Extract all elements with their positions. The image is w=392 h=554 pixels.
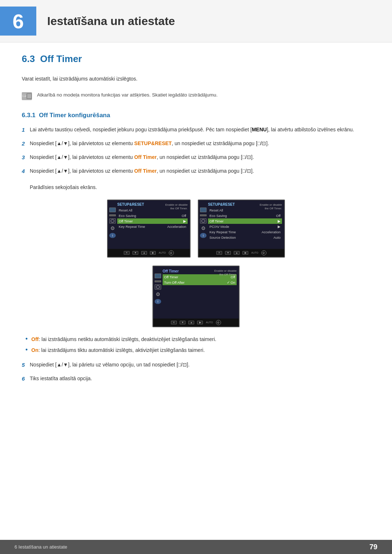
- osd-screen-3: ⚙ i Off Timer Off TimerOff Turn Off Afte…: [152, 266, 240, 327]
- icon-picture: [109, 214, 116, 216]
- btn-down-1: [132, 251, 138, 255]
- step-5: 5 Nospiediet [▲/▼], lai pārietu uz vēlam…: [22, 361, 370, 369]
- osd-screen-2: ⚙ i SETUP&RESET Reset All Eco SavingOff …: [198, 200, 285, 258]
- chapter-title: Iestatīšana un atiestate: [47, 15, 175, 28]
- steps-list: 1 Lai atvērtu taustiņu ceļvedi, nospiedi…: [22, 126, 370, 191]
- bullet-bold-on: On: [31, 346, 38, 354]
- bullet-text-on: : lai izstrādājums tiktu automātiski izs…: [38, 346, 205, 354]
- btn-play-2: [242, 251, 248, 255]
- osd-row-offtimer-2: Off Timer▶: [208, 218, 282, 224]
- icon-info-2: i: [200, 233, 207, 238]
- step-1: 1 Lai atvērtu taustiņu ceļvedi, nospiedi…: [22, 126, 370, 134]
- left-icons-1: ⚙ i: [109, 208, 116, 238]
- icon-info-3: i: [155, 299, 161, 304]
- footer-chapter-label: 6 Iestatīšana un atiestate: [15, 544, 67, 550]
- icon-display-2: [200, 208, 207, 212]
- note-text: Atkarībā no modeļa monitora funkcijas va…: [37, 91, 218, 99]
- svg-rect-0: [22, 95, 26, 98]
- icon-picture-3: [155, 280, 161, 282]
- osd-hint-1: Enable or disable the Off Timer.: [162, 203, 188, 211]
- btn-power-2: ⏻: [261, 250, 266, 255]
- btn-down-2: [225, 251, 231, 255]
- osd-row-pcav-2: PC/AV Mode▶: [208, 224, 282, 229]
- osd-row-source-2: Source DetectionAuto: [208, 235, 282, 240]
- btn-x-2: [216, 251, 222, 255]
- osd-row-keyrepeat-1: Key Repeat TimeAcceleration: [117, 224, 188, 229]
- subsection-title: 6.3.1 Off Timer konfigurēšana: [22, 112, 370, 119]
- page-header: 6 Iestatīšana un atiestate: [0, 0, 392, 42]
- osd-screen-1: ⚙ i SETUP&RESET Reset All Eco SavingOff …: [107, 200, 191, 258]
- left-icons-2: ⚙ i: [200, 208, 207, 238]
- steps-5-6: 5 Nospiediet [▲/▼], lai pārietu uz vēlam…: [22, 361, 370, 383]
- screenshot-single: ⚙ i Off Timer Off TimerOff Turn Off Afte…: [22, 266, 370, 327]
- osd-row-offtimer-1: Off Timer▶: [117, 218, 188, 224]
- step-6: 6 Tiks iestatīta atlasītā opcija.: [22, 374, 370, 383]
- icon-info: i: [109, 233, 116, 238]
- bottom-text-2: AUTO: [251, 251, 258, 254]
- osd-hint-2: Enable or disable the Off Timer.: [257, 203, 282, 211]
- btn-play-3: [197, 321, 203, 324]
- btn-play-1: [150, 251, 156, 255]
- bullet-item-off: Off: lai izstrādājums netiktu automātisk…: [25, 335, 370, 343]
- btn-up-1: [141, 251, 147, 255]
- intro-text: Varat iestatīt, lai izstrādājums automāt…: [22, 75, 370, 83]
- osd-hint-3: Enable or disable the Off Timer.: [211, 269, 237, 277]
- note-box: Atkarībā no modeļa monitora funkcijas va…: [22, 89, 370, 103]
- icon-settings-2: ⚙: [200, 226, 207, 231]
- step-4: 4 Nospiediet [▲/▼], lai pārvietotos uz e…: [22, 167, 370, 191]
- icon-adjust: [109, 218, 116, 223]
- osd-row-eco-1: Eco SavingOff: [117, 213, 188, 218]
- btn-x-3: [171, 321, 177, 324]
- bullet-list: Off: lai izstrādājums netiktu automātisk…: [25, 335, 370, 354]
- bullet-bold-off: Off: [31, 335, 38, 343]
- osd-row-turnoff-3: Turn Off After✓ On: [163, 280, 237, 285]
- page-number: 79: [369, 543, 377, 551]
- icon-settings: ⚙: [109, 226, 116, 231]
- screenshots-row-1: ⚙ i SETUP&RESET Reset All Eco SavingOff …: [22, 200, 370, 258]
- osd-row-eco-2: Eco SavingOff: [208, 213, 282, 218]
- bullet-text-off: : lai izstrādājums netiktu automātiski i…: [39, 335, 216, 343]
- icon-adjust-3: [155, 284, 161, 290]
- section-title: 6.3 Off Timer: [22, 53, 370, 67]
- btn-up-3: [188, 321, 194, 324]
- main-content: 6.3 Off Timer Varat iestatīt, lai izstrā…: [0, 53, 392, 383]
- page-footer: 6 Iestatīšana un atiestate 79: [0, 540, 392, 554]
- btn-power-1: ⏻: [169, 250, 174, 255]
- osd-row-keyrepeat-2: Key Repeat TimeAcceleration: [208, 229, 282, 235]
- step-2: 2 Nospiediet [▲/▼], lai pārvietotos uz e…: [22, 139, 370, 148]
- icon-picture-2: [200, 214, 207, 216]
- bullet-item-on: On: lai izstrādājums tiktu automātiski i…: [25, 346, 370, 354]
- bottom-text-1: AUTO: [159, 251, 166, 254]
- bottom-bar-2: AUTO ⏻: [199, 249, 284, 257]
- btn-down-3: [180, 321, 185, 324]
- btn-up-2: [234, 251, 240, 255]
- bottom-bar-1: AUTO ⏻: [108, 249, 190, 257]
- left-icons-3: ⚙ i: [155, 274, 161, 304]
- chapter-number: 6: [0, 7, 36, 36]
- bottom-text-3: AUTO: [206, 321, 213, 324]
- icon-settings-3: ⚙: [155, 292, 161, 297]
- note-icon: [22, 92, 32, 100]
- btn-x-1: [124, 251, 130, 255]
- bottom-bar-3: AUTO ⏻: [153, 319, 239, 327]
- btn-power-3: ⏻: [216, 320, 221, 325]
- icon-display-3: [155, 274, 161, 278]
- step-3: 3 Nospiediet [▲/▼], lai pārvietotos uz e…: [22, 153, 370, 162]
- icon-display: [109, 208, 116, 212]
- icon-adjust-2: [200, 218, 207, 223]
